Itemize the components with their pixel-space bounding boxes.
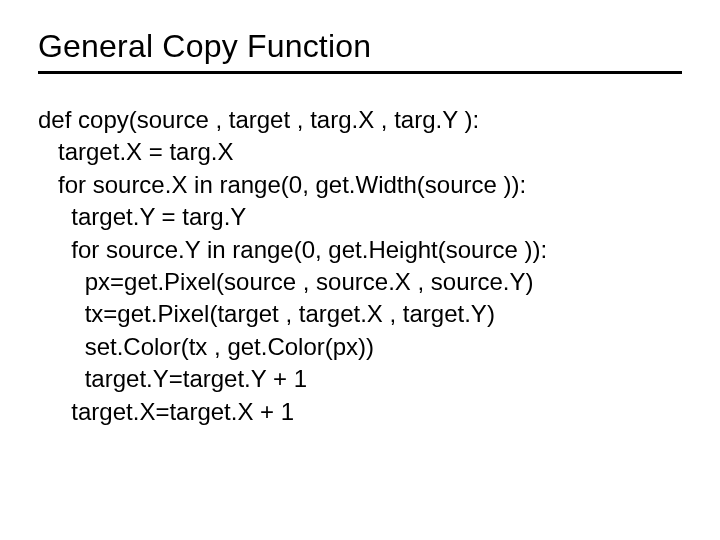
code-line: def copy(source , target , targ.X , targ… — [38, 106, 479, 133]
code-line: for source.X in range(0, get.Width(sourc… — [38, 171, 526, 198]
code-block: def copy(source , target , targ.X , targ… — [38, 104, 682, 428]
code-line: tx=get.Pixel(target , target.X , target.… — [38, 300, 495, 327]
title-underline — [38, 71, 682, 74]
code-line: target.X = targ.X — [38, 138, 233, 165]
code-line: target.Y = targ.Y — [38, 203, 246, 230]
code-line: target.X=target.X + 1 — [38, 398, 294, 425]
code-line: target.Y=target.Y + 1 — [38, 365, 307, 392]
code-line: for source.Y in range(0, get.Height(sour… — [38, 236, 547, 263]
slide-title: General Copy Function — [38, 28, 682, 67]
code-line: set.Color(tx , get.Color(px)) — [38, 333, 374, 360]
slide: General Copy Function def copy(source , … — [0, 0, 720, 540]
code-line: px=get.Pixel(source , source.X , source.… — [38, 268, 534, 295]
